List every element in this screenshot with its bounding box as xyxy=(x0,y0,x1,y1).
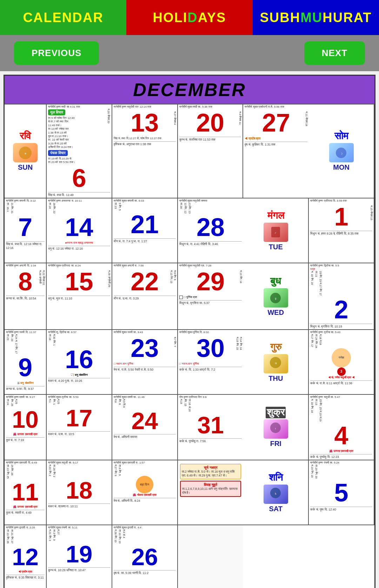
cell-14-vert1: ता.16 xyxy=(48,203,52,214)
date-num-1: 1 xyxy=(310,204,372,229)
day-eng-sat: SAT xyxy=(269,505,283,513)
cell-24-bottom: मेष चं. अश्विनी समस्त xyxy=(114,434,176,439)
cell-6-vert: म.20 बेंगला 20 xyxy=(107,109,110,123)
cell-16-bottom: मकर चं. 4:20 पू.षा. रा. 10:26 xyxy=(48,378,110,383)
date-num-4: 4 xyxy=(310,423,372,448)
cell-11-top: मार्गशीर्ष कृष्ण एकादशी दि. 6:49 xyxy=(6,461,45,465)
cell-31-vert1: म.15 xyxy=(179,399,183,412)
cell-6-bottom: सिंह चं. मघा दि. 11:49 xyxy=(48,192,110,197)
date-num-12: 12 xyxy=(6,545,45,569)
day-sun: रवि ☀ SUN xyxy=(5,104,47,198)
next-button[interactable]: NEXT xyxy=(304,41,365,65)
cell-3-ganesh: ◀ सं. गणेश चतुर्थी व्रत ◀ xyxy=(310,376,372,379)
date-num-18: 18 xyxy=(48,478,110,502)
cell-8-bottom: कन्या चं. सा.शि. दि. 10:54 xyxy=(6,296,45,300)
cell-14-vert2: 28 बेंग. 22 xyxy=(52,203,56,214)
cell-3-num-display: 3 xyxy=(310,367,372,376)
date-cell-10: मार्गशीर्ष कृष्ण दशमी सा. 9:27 ता.24 बें… xyxy=(5,395,47,460)
cell-19-vert3: म.27 xyxy=(56,529,60,541)
date-num-29: 29 xyxy=(179,269,242,294)
cell-7-top: मार्गशीर्ष कृष्ण सप्तमी दि. 3:12 xyxy=(6,199,45,203)
date-cell-11: मार्गशीर्ष कृष्ण एकादशी दि. 6:49 ता.13 ब… xyxy=(5,460,47,525)
cell-11-vert2: 25 बेंग. 26 xyxy=(10,465,14,479)
date-num-21: 21 xyxy=(114,212,176,237)
day-eng-thu: THU xyxy=(268,374,283,383)
prev-button[interactable]: PREVIOUS xyxy=(14,41,99,65)
header-muhurat: SUBH MUHURAT xyxy=(253,0,379,35)
calendar-grid: रवि ☀ SUN मार्गशीर्ष कृष्ण षष्ठी सा 4:31… xyxy=(5,104,374,588)
cell-17-vert3: म.25 xyxy=(56,399,60,405)
cell-26-vert1: म.28 बेंग. 10 xyxy=(114,529,117,543)
vivah-title: विवाह मुहूर्त xyxy=(182,483,239,487)
days-text: D xyxy=(187,10,198,25)
date-cell-1: मार्गशीर्ष कृष्ण प्रतिपदा दि. 3:59 तक म.… xyxy=(309,198,374,263)
cell-30-vert: म.14 बेंग. 14म.15 बेंग. 15 xyxy=(235,337,242,350)
date-num-23: 23 xyxy=(114,336,176,361)
cell-16-dhanu: 🏹 धनु संकांतिन xyxy=(48,373,110,377)
cell-24-vert1: म.8 xyxy=(114,399,117,408)
cell-17-top: मार्गशीर्ष शुक्ल तृतीया सा. 5:53 xyxy=(48,396,110,399)
date-cell-27: मार्गशीर्ष शुक्ल प्रबोधनी रा.शे. 5:56 तक… xyxy=(243,104,309,198)
day-tue: मंगल ♂ TUE xyxy=(243,198,309,263)
cell-15-vert: म.29 अंग्रेजी 29 xyxy=(107,270,111,287)
panchak-label: पंचक विचार xyxy=(48,150,68,156)
cell-28-vert1: ता.30 xyxy=(179,203,183,214)
day-mon: सोम ☽ MON xyxy=(309,104,374,198)
cell-14-bottom: धनु चं. 12:16 ज्येष्ठा रा. 12:16 xyxy=(48,246,110,251)
cell-10-top: मार्गशीर्ष कृष्ण दशमी सा. 9:27 xyxy=(6,396,45,399)
empty-sat-cell xyxy=(178,525,244,588)
month-name: DECEMBER xyxy=(133,80,246,100)
day-hindi-sat: शनि xyxy=(269,472,283,484)
cell-16-vert2: म.30 बेंग. 1 xyxy=(52,334,56,346)
vivah-text: ता.1,2,6,7,8,9,10,11 आगे धनु संक्रांति- … xyxy=(182,487,239,495)
cell-19-top: मार्गशीर्ष शुक्ल पंचमी सा. 5:11 xyxy=(48,526,110,529)
cell-12-pradosh: ◀ प्रदोष व्रत xyxy=(6,570,45,574)
cell-13-vert: म.27 बेंगला 4 xyxy=(173,111,177,125)
cell-2-top: मार्गशीर्ष कृष्ण द्वितीया सा. 5:5भद्रा xyxy=(310,264,372,271)
cell-21-vert2: 5 बेंग. 5 xyxy=(118,203,121,211)
day-eng-mon: MON xyxy=(333,163,350,171)
cell-17-vert1: म.1 xyxy=(48,399,52,405)
cell-6-top: मार्गशीर्ष कृष्ण षष्ठी सा 4:31 तक xyxy=(48,105,110,109)
cell-31-vert2: बेंग. 15 xyxy=(184,399,187,412)
cell-3-vert1: म.17 बेंग. 17 xyxy=(310,334,314,348)
day-eng-tue: TUE xyxy=(269,243,283,251)
svg-text:♂: ♂ xyxy=(274,231,277,235)
cell-8-top: मार्गशीर्ष कृष्ण अष्टमी दि. 1:34 xyxy=(6,264,45,268)
cell-29-bottom: मिथुन चं. मृगशिरा सा. 5:37 xyxy=(179,300,242,305)
cell-30-bottom: कर्क चं. दि. 1:33 आर्द्रा दि. 7:2 xyxy=(179,367,242,372)
cell-9-vert1: ता.23 xyxy=(6,334,9,354)
day-hindi-sun: रवि xyxy=(20,130,31,142)
cell-11-bottom: तुला चं. स्वाती रा. 4:49 xyxy=(6,510,45,515)
cell-4-vert3: 25 बेंग. 25 म.19 म.19 xyxy=(319,399,322,421)
header: CALENDAR HOLIDAYS SUBH MUHURAT xyxy=(0,0,379,35)
cell-12-bottom: वृश्चिक चं. 9:35 विशाखा रा. 3:11 xyxy=(6,575,45,580)
cell-4-ekadashi: 🌺 उत्पत्ता एकादशी व्रत xyxy=(310,450,372,453)
date-num-22: 22 xyxy=(114,269,176,294)
cell-19-vert1: म.21 बेंग. 3 xyxy=(48,529,52,541)
day-img-thu: ♃ xyxy=(264,354,288,373)
svg-text:☽: ☽ xyxy=(340,152,343,155)
cell-25-bottom: मेष चं. अश्विनी दि. 8:24 xyxy=(114,498,176,503)
date-num-28: 28 xyxy=(179,215,242,240)
day-hindi-thu: गुरु xyxy=(270,342,281,353)
cell-31-vert3: ता.16 अं.16 xyxy=(188,399,191,412)
cell-21-top: मार्गशीर्ष शुक्ल सप्तमी सा. 6:33 xyxy=(114,199,176,203)
cell-29-top: मार्गशीर्ष शुक्ल चतुर्दशी प्रा. 7:28 xyxy=(179,264,242,268)
date-cell-9: मार्गशीर्ष कृष्ण नवमी दि. 11:37 ता.23 बे… xyxy=(5,330,47,395)
cell-5-bottom: कर्क चं. पुष्य दि. 12:40 xyxy=(310,507,372,512)
cell-24-vert3: म.9 दि.9 xyxy=(122,399,126,408)
cell-9-vert3: म.24 म. 17 बेंग. 17 xyxy=(14,334,18,354)
cell-26-bottom: वृष चं. सा. 5:39 भरणी दि. 11:2 xyxy=(114,570,176,575)
date-cell-5: मार्गशीर्ष कृष्ण पंचमी सा. 5:24 म.19 वें… xyxy=(309,460,374,525)
cell-3-vert3: म.18 म.18 xyxy=(319,334,322,348)
day-img-fri: ♀ xyxy=(264,419,288,439)
cell-1-vert: म.15 बेंगला 15 xyxy=(370,205,373,220)
cell-25-icon: बड़ा दिन xyxy=(114,476,176,493)
day-img-mon: ☽ xyxy=(329,143,354,162)
cell-29-vert: म.13 बेंग. 14 xyxy=(239,270,242,283)
date-cell-20: मार्गशीर्ष शुक्ल षष्ठी सा. 5:36 तक म.3 ब… xyxy=(178,104,244,198)
vivah-box: विवाह मुहूर्त ता.1,2,6,7,8,9,10,11 आगे ध… xyxy=(180,481,241,497)
svg-text:♀: ♀ xyxy=(274,427,277,430)
cell-21-vert1: ता.23 xyxy=(114,203,117,211)
